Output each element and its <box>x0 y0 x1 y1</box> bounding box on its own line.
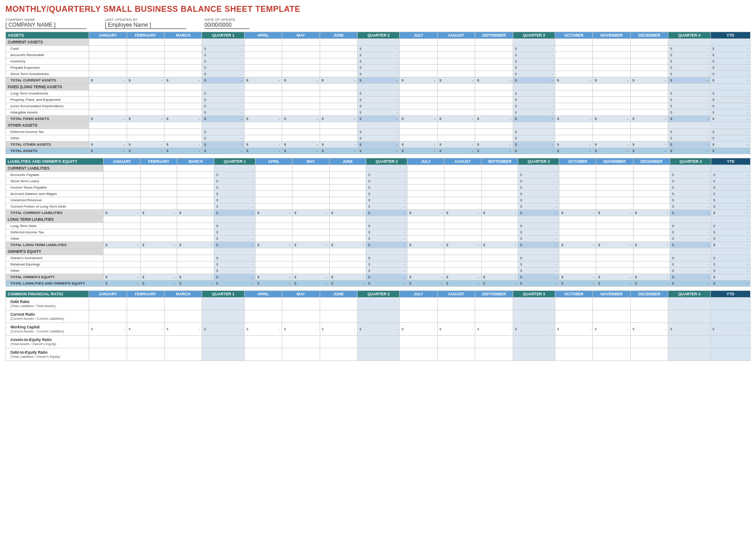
debt-ratio-label: Debt Ratio <box>10 299 87 304</box>
fixed-assets-label: FIXED (LONG TERM) ASSETS <box>6 84 89 90</box>
total-long-term-liabilities-row: TOTAL LONG-TERM LIABILITIES $- $- $- $- … <box>6 242 751 248</box>
accounts-receivable-label: Accounts Receivable <box>6 52 89 58</box>
company-name-value: [ COMPANY NAME ] <box>5 22 87 29</box>
total-liabilities-equity-row: TOTAL LIABILITIES AND OWNER'S EQUITY $- … <box>6 280 751 287</box>
debt-equity-ratio-row: Debt-to-Equity Ratio (Total Liabilities … <box>6 348 751 361</box>
inventory-label: Inventory <box>6 58 89 65</box>
debt-ratio-desc: (Total Liabilities / Total Assets) <box>10 304 87 308</box>
current-ratio-desc: (Current Assets / Current Liabilities) <box>10 317 87 321</box>
table-row: (Less Accumulated Depreciation) $- $- $-… <box>6 103 751 109</box>
date-value: 00/00/0000 <box>204 22 250 29</box>
col-may: MAY <box>282 32 320 39</box>
assets-equity-ratio-row: Assets-to-Equity Ratio (Total Assets / O… <box>6 336 751 348</box>
working-capital-desc: (Current Assets - Current Liabilities) <box>10 329 87 333</box>
col-jan: JANUARY <box>89 32 127 39</box>
col-q3: QUARTER 3 <box>513 32 555 39</box>
other-assets-label: OTHER ASSETS <box>6 122 89 129</box>
col-q1: QUARTER 1 <box>202 32 244 39</box>
table-row: Short-Term Investments $- $- $- $- $- <box>6 71 751 77</box>
col-q2: QUARTER 2 <box>358 32 400 39</box>
table-row: Income Taxes Payable $- $- $- $- $- <box>6 185 751 191</box>
current-ratio-label: Current Ratio <box>10 312 87 317</box>
total-current-assets-row: TOTAL CURRENT ASSETS $- $- $- $- $- $- $… <box>6 77 751 84</box>
col-apr: APRIL <box>244 32 282 39</box>
col-q4: QUARTER 4 <box>668 32 710 39</box>
short-term-investments-label: Short-Term Investments <box>6 71 89 77</box>
last-updated-label: LAST UPDATED BY <box>105 18 186 22</box>
debt-equity-desc: (Total Liabilities / Owner's Equity) <box>10 355 87 359</box>
ratios-header: COMMON FINANCIAL RATIO <box>6 291 89 298</box>
table-row: Intangible Assets $- $- $- $- $- <box>6 109 751 116</box>
table-row: Accrued Salaries and Wages $- $- $- $- $… <box>6 191 751 197</box>
total-current-assets-label: TOTAL CURRENT ASSETS <box>6 77 89 84</box>
col-feb: FEBRUARY <box>127 32 164 39</box>
assets-header: ASSETS <box>6 32 89 39</box>
table-row: Owner's Investment $- $- $- $- $- <box>6 255 751 261</box>
table-row: Deferred Income Tax $- $- $- $- $- <box>6 129 751 135</box>
assets-equity-label: Assets-to-Equity Ratio <box>10 337 87 342</box>
owners-investment-label: Owner's Investment <box>6 255 104 261</box>
page-title: MONTHLY/QUARTERLY SMALL BUSINESS BALANCE… <box>5 5 751 14</box>
total-assets-row: TOTAL ASSETS $- $- $- $- $- $- $- $- $- … <box>6 148 751 154</box>
table-row: Prepaid Expenses $- $- $- $- $- <box>6 65 751 71</box>
assets-equity-desc: (Total Assets / Owner's Equity) <box>10 342 87 346</box>
total-other-assets-row: TOTAL OTHER ASSETS $- $- $- $- $- $- $- … <box>6 142 751 148</box>
last-updated-value: [ Employee Name ] <box>105 22 186 29</box>
total-current-liabilities-row: TOTAL CURRENT LIABILITIES $- $- $- $- $-… <box>6 210 751 216</box>
table-row: Retained Earnings $- $- $- $- $- <box>6 261 751 268</box>
long-term-liabilities-label: LONG TERM LIABILITIES <box>6 216 104 223</box>
table-row: Other $- $- $- $- $- <box>6 268 751 274</box>
prepaid-expenses-label: Prepaid Expenses <box>6 65 89 71</box>
working-capital-row: Working Capital (Current Assets - Curren… <box>6 323 751 336</box>
company-name-label: COMPANY NAME <box>5 18 87 22</box>
col-nov: NOVEMBER <box>593 32 630 39</box>
date-label: DATE OF UPDATE <box>204 18 250 22</box>
table-row: Other $- $- $- $- $- <box>6 236 751 242</box>
table-row: Deferred Income Tax $- $- $- $- $- <box>6 229 751 236</box>
table-row: Long-Term Debt $- $- $- $- $- <box>6 223 751 229</box>
liabilities-table: LIABILITIES AND OWNER'S EQUITY JANUARY F… <box>5 158 751 287</box>
table-row: Inventory $- $- $- $- $- <box>6 58 751 65</box>
current-ratio-row: Current Ratio (Current Assets / Current … <box>6 310 751 323</box>
current-liabilities-label: CURRENT LIABILITIES <box>6 165 104 172</box>
col-jun: JUNE <box>320 32 357 39</box>
table-row: Current Portion of Long-Term Debt $- $- … <box>6 204 751 210</box>
liabilities-header: LIABILITIES AND OWNER'S EQUITY <box>6 158 104 165</box>
current-assets-label: CURRENT ASSETS <box>6 39 89 46</box>
col-mar: MARCH <box>164 32 202 39</box>
meta-section: COMPANY NAME [ COMPANY NAME ] LAST UPDAT… <box>5 18 751 29</box>
table-row: Short-Term Loans $- $- $- $- $- <box>6 178 751 185</box>
table-row: Property, Plant, and Equipment $- $- $- … <box>6 97 751 103</box>
debt-ratio-row: Debt Ratio (Total Liabilities / Total As… <box>6 298 751 310</box>
table-row: Other $- $- $- $- $- <box>6 135 751 142</box>
col-dec: DECEMBER <box>630 32 668 39</box>
total-owners-equity-row: TOTAL OWNER'S EQUITY $- $- $- $- $- $- $… <box>6 274 751 280</box>
col-jul: JULY <box>400 32 437 39</box>
col-oct: OCTOBER <box>555 32 592 39</box>
debt-equity-label: Debt-to-Equity Ratio <box>10 350 87 355</box>
table-row: Accounts Payable $- $- $- $- $- <box>6 172 751 178</box>
col-sep: SEPTEMBER <box>475 32 513 39</box>
table-row: Unearned Revenue $- $- $- $- $- <box>6 197 751 204</box>
table-row: Cash $- $- $- $- $- <box>6 46 751 52</box>
working-capital-label: Working Capital <box>10 325 87 329</box>
col-ytd: YTD <box>710 32 750 39</box>
owners-equity-label: OWNER'S EQUITY <box>6 248 104 255</box>
table-row: Long-Term Investments $- $- $- $- $- <box>6 90 751 97</box>
total-fixed-assets-row: TOTAL FIXED ASSETS $- $- $- $- $- $- $- … <box>6 116 751 122</box>
assets-table: ASSETS JANUARY FEBRUARY MARCH QUARTER 1 … <box>5 32 751 154</box>
cash-label: Cash <box>6 46 89 52</box>
table-row: Accounts Receivable $- $- $- $- $- <box>6 52 751 58</box>
ratios-table: COMMON FINANCIAL RATIO JANUARY FEBRUARY … <box>5 290 751 361</box>
col-aug: AUGUST <box>437 32 475 39</box>
